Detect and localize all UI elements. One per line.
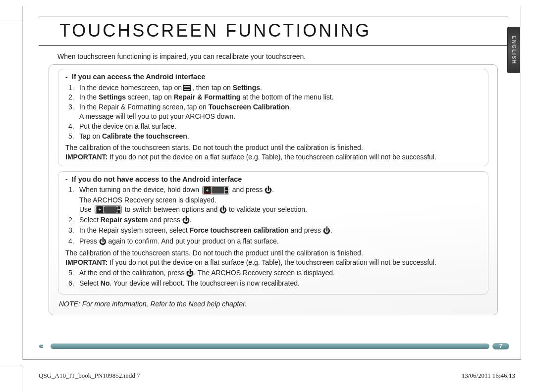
page-content: TOUCHSCREEN FUNCTIONING When touchscreen… [39,16,508,315]
power-icon: ⏻ [323,227,330,235]
page-number: 7 [492,343,509,349]
section-a-heading-text: If you can access the Android interface [72,73,205,81]
bar-end-icon: ‹‹‹ [39,342,48,350]
step: In the Repair system screen, select Forc… [79,226,332,236]
section-a-heading: - If you can access the Android interfac… [65,72,481,82]
intro-text: When touchscreen functioning is impaired… [57,52,508,60]
indd-timestamp: 13/06/2011 16:46:13 [462,372,515,380]
section-b-steps: 1. When turning on the device, hold down… [68,185,481,246]
power-icon: ⏻ [182,216,190,224]
page-title: TOUCHSCREEN FUNCTIONING [39,20,508,41]
power-icon: ⏻ [219,205,227,214]
section-a-steps: 1.In the device homescreen, tap on, then… [68,83,481,141]
power-icon: ⏻ [99,237,107,245]
menu-icon [183,85,191,91]
step: Select No. Your device will reboot. The … [79,279,300,288]
imposition-footer: QSG_A10_IT_book_PN109852.indd 7 13/06/20… [39,372,515,380]
step: Press ⏻ again to confirm. And put your p… [79,237,279,246]
section-b-steps-cont: 5.At the end of the calibration, press ⏻… [68,268,481,288]
step: Select Repair system and press ⏻. [79,215,192,225]
step: In the device homescreen, tap on, then t… [79,83,262,93]
crop-mark-h [0,365,21,365]
volume-rocker-icon: +– [95,205,122,214]
crop-mark-v [22,366,22,392]
note-text: NOTE: For more information, Refer to the… [59,299,487,309]
step: When turning on the device, hold down +–… [79,185,307,215]
power-icon: ⏻ [265,186,272,194]
step: In the Repair & Formatting screen, tap o… [79,102,291,121]
footer-pipe [51,343,489,349]
step: In the Settings screen, tap on Repair & … [79,93,334,102]
language-tab: ENGLISH [507,27,520,73]
instruction-container: - If you can access the Android interfac… [49,64,498,315]
volume-rocker-icon: +– [202,186,229,195]
indd-filename: QSG_A10_IT_book_PN109852.indd 7 [39,372,140,380]
step: At the end of the calibration, press ⏻. … [79,268,335,278]
section-a-after: The calibration of the touchscreen start… [65,143,481,152]
section-b-important: IMPORTANT: If you do not put the device … [65,258,481,267]
page-footer-bar: ‹‹‹ 7 [39,342,509,350]
section-b-heading: - If you do not have access to the Andro… [65,175,481,185]
section-a-important: IMPORTANT: If you do not put the device … [65,152,481,162]
section-no-access: - If you do not have access to the Andro… [58,171,488,295]
spine-guide [22,6,27,360]
title-bar: TOUCHSCREEN FUNCTIONING [39,16,508,46]
section-b-heading-text: If you do not have access to the Android… [72,175,242,183]
step: Tap on Calibrate the touchscreen. [79,132,189,141]
power-icon: ⏻ [186,269,194,277]
crop-edge-left [0,20,22,20]
step: Put the device on a flat surface. [79,122,176,131]
section-can-access: - If you can access the Android interfac… [58,69,488,166]
section-b-mid: The calibration of the touchscreen start… [65,248,481,258]
